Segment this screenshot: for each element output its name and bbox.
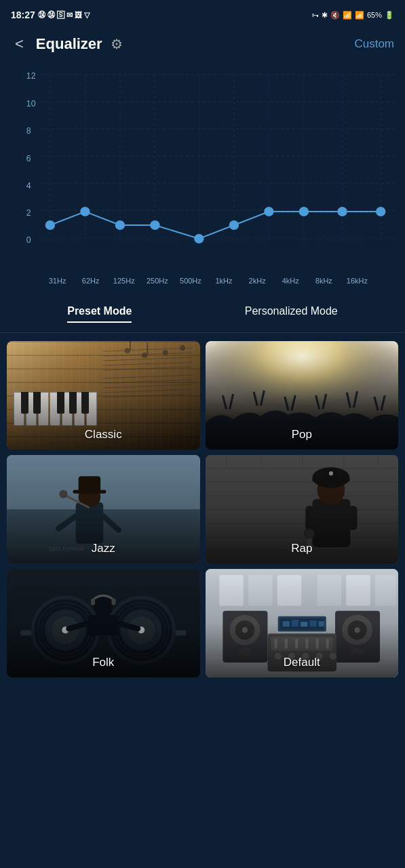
eq-label-62hz: 62Hz [74,277,107,285]
status-system-icons: 🗝 ✱ 🔇 📶 📶 65% 🔋 [311,11,394,20]
mute-icon: 🔇 [330,11,340,20]
rap-label: Rap [206,542,399,555]
app-bar: < Equalizer ⚙ Custom [0,27,405,61]
eq-label-2khz: 2kHz [241,277,274,285]
bluetooth-icon: ✱ [322,11,328,20]
battery-icon: 🔋 [385,11,394,20]
eq-dot-2khz[interactable] [264,207,273,216]
status-notification-icons: ㉔ ㉔ 🅂 ✉ 🖼 ▽ [38,11,90,20]
custom-button[interactable]: Custom [354,37,394,51]
classic-label: Classic [7,428,200,441]
eq-x-labels: 31Hz 62Hz 125Hz 250Hz 500Hz 1kHz 2kHz 4k… [7,277,398,285]
genre-card-jazz[interactable]: Jazz Festival Jazz [7,455,200,564]
genre-card-rap[interactable]: Rap [206,455,399,564]
app-bar-left: < Equalizer ⚙ [11,34,123,54]
eq-dot-250hz[interactable] [150,220,159,230]
eq-label-500hz: 500Hz [174,277,207,285]
eq-label-8khz: 8kHz [307,277,341,285]
eq-dot-1khz[interactable] [229,220,239,230]
eq-label-16khz: 16kHz [341,277,374,285]
genre-card-folk[interactable]: Folk [7,569,200,677]
eq-chart-area: .grid-line { stroke: rgba(100,150,200,0.… [0,61,405,292]
default-label: Default [206,656,399,669]
signal-icon: 📶 [355,11,364,20]
eq-chart-svg[interactable]: .grid-line { stroke: rgba(100,150,200,0.… [7,68,398,271]
genre-card-classic[interactable]: Classic [7,341,200,450]
status-bar: 18:27 ㉔ ㉔ 🅂 ✉ 🖼 ▽ 🗝 ✱ 🔇 📶 📶 65% 🔋 [0,0,405,27]
eq-dot-125hz[interactable] [115,220,125,230]
eq-dot-500hz[interactable] [194,234,204,243]
mode-tabs: Preset Mode Personalized Mode [0,292,405,333]
key-icon: 🗝 [311,11,319,19]
eq-label-4khz: 4kHz [274,277,307,285]
eq-chart-container: .grid-line { stroke: rgba(100,150,200,0.… [7,68,398,285]
eq-dot-62hz[interactable] [80,207,90,216]
genre-card-default[interactable]: Default [206,569,399,677]
svg-text:8: 8 [26,126,31,136]
genre-grid: Classic [0,333,405,686]
equalizer-settings-icon[interactable]: ⚙ [111,36,123,52]
eq-dot-31hz[interactable] [45,220,55,230]
battery-display: 65% [367,11,382,19]
tab-personalized-mode[interactable]: Personalized Mode [245,305,338,321]
eq-label-125hz: 125Hz [107,277,140,285]
eq-label-31hz: 31Hz [41,277,74,285]
page-title: Equalizer [36,35,102,53]
eq-dot-16khz[interactable] [376,207,385,216]
back-button[interactable]: < [11,34,28,54]
tab-preset-mode[interactable]: Preset Mode [67,305,132,321]
genre-card-pop[interactable]: Pop [206,341,399,450]
svg-text:10: 10 [26,99,36,108]
svg-text:2: 2 [26,208,31,218]
eq-dot-8khz[interactable] [337,207,347,216]
notif-icon-1: ㉔ [38,11,45,19]
gallery-icon: 🖼 [75,11,82,19]
eq-label-1khz: 1kHz [207,277,240,285]
wifi-icon: 📶 [343,11,352,20]
mail-icon: ✉ [66,11,73,20]
pop-label: Pop [206,428,399,441]
jazz-label: Jazz [7,542,200,555]
vpn-icon: ▽ [84,11,90,20]
folk-label: Folk [7,656,200,669]
svg-text:4: 4 [26,181,31,191]
time-display: 18:27 [11,9,35,20]
notif-icon-2: ㉔ [47,11,55,19]
eq-dot-4khz[interactable] [299,207,309,216]
svg-text:0: 0 [26,235,31,245]
svg-text:12: 12 [26,71,36,81]
status-time: 18:27 ㉔ ㉔ 🅂 ✉ 🖼 ▽ [11,9,90,20]
samsung-icon: 🅂 [57,11,64,19]
svg-text:6: 6 [26,154,31,163]
eq-label-250hz: 250Hz [140,277,174,285]
